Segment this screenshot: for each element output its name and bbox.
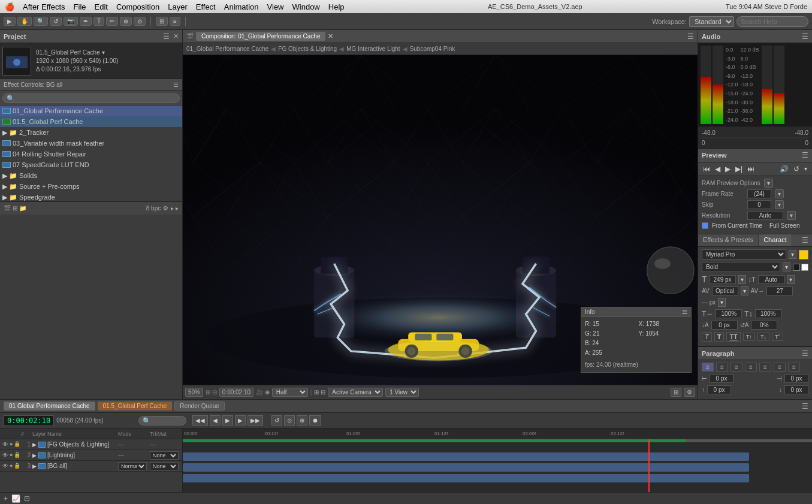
width-scale-box[interactable]: 100% bbox=[716, 309, 742, 318]
menu-edit[interactable]: Edit bbox=[95, 2, 108, 11]
timeline-search[interactable] bbox=[138, 416, 186, 425]
menu-effect[interactable]: Effect bbox=[196, 2, 216, 11]
solo-1[interactable]: ● bbox=[10, 441, 13, 448]
layer-trkmat-3-select[interactable]: None bbox=[150, 462, 179, 470]
character-tab[interactable]: Charact bbox=[759, 234, 792, 246]
lock-3[interactable]: 🔒 bbox=[14, 463, 20, 469]
tl-loop[interactable]: ↺ bbox=[271, 415, 282, 425]
info-menu[interactable]: ☰ bbox=[682, 309, 687, 315]
font-select[interactable]: Myriad Pro bbox=[702, 249, 786, 259]
effect-controls-menu[interactable]: ☰ bbox=[173, 82, 179, 88]
project-search[interactable] bbox=[2, 93, 180, 103]
tree-item-4[interactable]: 04 Rolling Shutter Repair bbox=[0, 149, 182, 159]
work-area-bar[interactable] bbox=[183, 439, 686, 442]
tree-item-1[interactable]: 01.5_Global Perf Cache bbox=[0, 116, 182, 127]
frame-rate-dropdown[interactable]: ▾ bbox=[775, 189, 784, 198]
baseline-box[interactable]: 0 px bbox=[711, 321, 738, 330]
timecode-display[interactable]: 0:00:02:10 bbox=[4, 415, 54, 426]
style-btn-T2[interactable]: T bbox=[714, 332, 725, 342]
frame-rate-value[interactable]: (24) bbox=[747, 189, 771, 198]
effects-presets-tab[interactable]: Effects & Presets bbox=[698, 234, 759, 246]
preview-settings[interactable]: ▾ bbox=[803, 165, 808, 173]
font-size-y-box[interactable]: Auto bbox=[758, 275, 784, 284]
menu-help[interactable]: Help bbox=[328, 2, 345, 11]
preview-loop[interactable]: ↺ bbox=[792, 164, 801, 174]
playhead[interactable] bbox=[648, 439, 650, 492]
tl-prev[interactable]: ◀ bbox=[210, 415, 221, 425]
menu-window[interactable]: Window bbox=[292, 2, 320, 11]
zoom-tool[interactable]: 🔍 bbox=[34, 17, 48, 26]
viewer-timecode[interactable]: 0:00:02:10 bbox=[219, 388, 253, 397]
tl-jog[interactable]: ⊙ bbox=[284, 415, 295, 425]
fill-color-swatch[interactable] bbox=[799, 250, 808, 259]
layer-mode-3-select[interactable]: Normal bbox=[118, 462, 147, 470]
layer-expand-3[interactable]: ▶ bbox=[32, 463, 37, 469]
font-size-y-dropdown[interactable]: ▾ bbox=[787, 275, 795, 284]
preview-play[interactable]: ▶ bbox=[724, 164, 732, 174]
stamp-tool[interactable]: ⊕ bbox=[120, 17, 132, 26]
resolution-dropdown[interactable]: ▾ bbox=[787, 211, 796, 220]
vis-2[interactable]: 👁 bbox=[2, 452, 8, 458]
vis-1[interactable]: 👁 bbox=[2, 441, 8, 448]
layer-expand-1[interactable]: ▶ bbox=[32, 442, 37, 448]
margin-left-box[interactable]: 0 px bbox=[710, 374, 733, 383]
paragraph-menu[interactable]: ☰ bbox=[802, 349, 808, 358]
select-tool[interactable]: ▶ bbox=[4, 17, 16, 26]
transform-btn[interactable]: ⊞ bbox=[156, 17, 168, 26]
preview-menu[interactable]: ☰ bbox=[802, 151, 808, 159]
menu-layer[interactable]: Layer bbox=[168, 2, 188, 11]
paint-tool[interactable]: ✏ bbox=[106, 17, 118, 26]
from-current-checkbox[interactable] bbox=[702, 222, 708, 229]
tree-item-8[interactable]: ▶ 📁 Speedgrade bbox=[0, 192, 182, 201]
align-justify-btn[interactable]: ≡ bbox=[745, 363, 757, 372]
ram-options-dropdown[interactable]: ▾ bbox=[764, 179, 773, 188]
breadcrumb-3[interactable]: MG Interactive Light bbox=[346, 46, 400, 52]
viewer-zoom[interactable]: 50% bbox=[185, 388, 203, 397]
tl-next-kf[interactable]: ▶▶ bbox=[247, 415, 263, 425]
vis-3[interactable]: 👁 bbox=[2, 463, 8, 469]
preview-skip-start[interactable]: ⏮ bbox=[702, 164, 711, 174]
tl-rec[interactable]: ⏺ bbox=[309, 415, 321, 425]
menu-view[interactable]: View bbox=[267, 2, 284, 11]
style-dropdown[interactable]: ▾ bbox=[783, 262, 790, 271]
tree-item-5[interactable]: 07 SpeedGrade LUT END bbox=[0, 159, 182, 170]
layer-row-3[interactable]: 👁 ● 🔒 3 ▶ [BG all] Normal bbox=[0, 461, 182, 472]
margin-right-box[interactable]: 0 px bbox=[784, 374, 808, 383]
skip-dropdown[interactable]: ▾ bbox=[775, 200, 784, 209]
preview-prev-frame[interactable]: ◀ bbox=[714, 164, 722, 174]
camera-tool[interactable]: 📷 bbox=[64, 17, 78, 26]
tree-item-2[interactable]: ▶ 📁 2_Tracker bbox=[0, 127, 182, 138]
tracking-type-box[interactable]: Optical bbox=[712, 286, 738, 295]
align-center-btn[interactable]: ≡ bbox=[716, 363, 728, 372]
align-justify-last-btn[interactable]: ≡ bbox=[759, 363, 771, 372]
pen-tool[interactable]: ✒ bbox=[80, 17, 92, 26]
timeline-tab-2[interactable]: 01.5_Global Perf Cache bbox=[98, 402, 173, 411]
style-btn-T1[interactable]: T bbox=[702, 332, 712, 342]
viewer-settings[interactable]: ⚙ bbox=[684, 388, 695, 397]
effects-menu[interactable]: ☰ bbox=[798, 234, 812, 246]
preview-next-frame[interactable]: ▶| bbox=[734, 164, 744, 174]
puppet-tool[interactable]: ⊘ bbox=[134, 17, 146, 26]
comp-tab-close[interactable]: ✕ bbox=[328, 32, 333, 40]
stroke-color-2[interactable] bbox=[801, 264, 808, 271]
preview-audio[interactable]: 🔊 bbox=[778, 164, 790, 174]
tracking-box[interactable]: 27 bbox=[766, 286, 793, 295]
resolution-value[interactable]: Auto bbox=[747, 211, 783, 220]
tracking-type-dropdown[interactable]: ▾ bbox=[741, 286, 748, 295]
lock-1[interactable]: 🔒 bbox=[14, 441, 20, 448]
style-btn-Tsub[interactable]: T↓ bbox=[757, 333, 769, 341]
comp-menu-icon[interactable]: ☰ bbox=[687, 32, 694, 41]
viewer-camera[interactable]: Active Camera bbox=[328, 388, 383, 397]
tree-item-6[interactable]: ▶ 📁 Solids bbox=[0, 170, 182, 181]
layer-trkmat-2-select[interactable]: None bbox=[150, 451, 179, 460]
layer-expand-2[interactable]: ▶ bbox=[32, 452, 37, 458]
solo-3[interactable]: ● bbox=[10, 463, 13, 469]
rotation-box[interactable]: 0% bbox=[751, 321, 777, 330]
comp-tab-main[interactable]: Composition: 01_Global Performance Cache bbox=[196, 32, 325, 41]
timeline-menu[interactable]: ☰ bbox=[802, 402, 808, 411]
space-before-box[interactable]: 0 px bbox=[707, 385, 731, 394]
stroke-color-1[interactable] bbox=[793, 264, 800, 271]
viewer-area[interactable]: Info ☰ R: 15 G: 21 B: 24 A: 255 bbox=[183, 55, 698, 385]
breadcrumb-1[interactable]: 01_Global Performance Cache bbox=[186, 46, 268, 52]
align-justify-all-btn[interactable]: ≡ bbox=[774, 363, 786, 372]
